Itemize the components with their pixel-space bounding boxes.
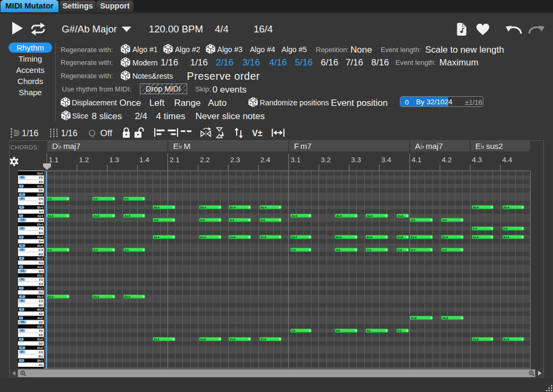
svg-text:A♭4: A♭4 xyxy=(367,214,373,218)
svg-text:F4: F4 xyxy=(504,227,508,230)
svg-text:3.1: 3.1 xyxy=(290,156,300,164)
svg-text:D4: D4 xyxy=(39,240,43,243)
svg-text:D♭3: D♭3 xyxy=(47,295,53,298)
svg-text:B♭2: B♭2 xyxy=(37,308,43,311)
svg-text:F2: F2 xyxy=(398,329,402,332)
svg-text:F2: F2 xyxy=(291,329,296,332)
svg-text:E♭2: E♭2 xyxy=(261,337,266,341)
svg-text:VI: VI xyxy=(21,227,23,230)
svg-text:E♭2: E♭2 xyxy=(473,337,479,341)
svg-text:4.1: 4.1 xyxy=(412,156,422,164)
svg-text:IV: IV xyxy=(21,244,23,247)
svg-text:B♭4: B♭4 xyxy=(154,205,160,209)
svg-text:E♭4: E♭4 xyxy=(154,235,160,239)
svg-text:C2: C2 xyxy=(39,351,43,354)
svg-text:D♭2: D♭2 xyxy=(37,346,43,349)
svg-text:VI: VI xyxy=(21,329,23,332)
svg-text:C5: C5 xyxy=(124,197,129,201)
svg-text:4.3: 4.3 xyxy=(472,156,482,164)
svg-text:E4: E4 xyxy=(39,231,43,235)
svg-text:E♭4: E♭4 xyxy=(504,235,509,239)
svg-text:A♭4: A♭4 xyxy=(398,214,404,218)
svg-text:D♭3: D♭3 xyxy=(94,295,99,298)
svg-text:B3: B3 xyxy=(39,253,43,256)
svg-text:F4: F4 xyxy=(39,227,43,230)
svg-text:C5: C5 xyxy=(39,197,43,201)
svg-text:III: III xyxy=(21,299,24,302)
svg-text:G4: G4 xyxy=(411,218,416,222)
svg-text:A♭4: A♭4 xyxy=(47,214,53,218)
svg-text:B1: B1 xyxy=(39,355,43,358)
svg-text:E♭4: E♭4 xyxy=(336,235,342,239)
svg-text:E♭4: E♭4 xyxy=(200,235,206,239)
svg-text:E♭4: E♭4 xyxy=(473,235,479,239)
svg-text:VII: VII xyxy=(21,321,25,323)
svg-text:2.1: 2.1 xyxy=(170,156,180,164)
svg-text:VI: VI xyxy=(21,176,23,179)
svg-text:E♭ M: E♭ M xyxy=(173,141,191,151)
svg-text:2.4: 2.4 xyxy=(261,156,271,164)
svg-text:III: III xyxy=(21,351,24,353)
svg-text:3.4: 3.4 xyxy=(381,156,391,164)
svg-text:A1: A1 xyxy=(39,363,43,366)
svg-text:E♭4: E♭4 xyxy=(291,235,297,239)
svg-text:C4: C4 xyxy=(39,248,43,252)
svg-text:C4: C4 xyxy=(367,248,371,252)
svg-text:G♭4: G♭4 xyxy=(37,223,43,226)
svg-text:E♭4: E♭4 xyxy=(442,235,448,239)
svg-text:C4: C4 xyxy=(124,248,129,252)
svg-text:E♭5: E♭5 xyxy=(37,185,43,188)
svg-text:E5: E5 xyxy=(39,180,43,184)
svg-text:B♭4: B♭4 xyxy=(37,206,43,209)
svg-text:E♭2: E♭2 xyxy=(200,337,206,341)
svg-text:D♭5: D♭5 xyxy=(37,193,43,196)
svg-text:2.3: 2.3 xyxy=(230,156,240,164)
svg-text:III: III xyxy=(21,248,24,251)
svg-text:F3: F3 xyxy=(39,278,43,281)
svg-text:C4: C4 xyxy=(398,248,402,252)
svg-text:G4: G4 xyxy=(261,218,265,222)
svg-text:A♭4: A♭4 xyxy=(336,214,342,218)
svg-text:A♭4: A♭4 xyxy=(124,214,130,218)
svg-text:G♭5: G♭5 xyxy=(37,172,43,175)
svg-text:B♭4: B♭4 xyxy=(200,205,206,209)
svg-text:D♭4: D♭4 xyxy=(37,244,43,247)
svg-text:F4: F4 xyxy=(473,227,477,230)
svg-text:G4: G4 xyxy=(230,218,234,222)
svg-text:4.4: 4.4 xyxy=(502,156,513,164)
svg-text:VII: VII xyxy=(21,219,25,221)
svg-text:E♭2: E♭2 xyxy=(504,337,509,341)
svg-text:G2: G2 xyxy=(38,321,43,324)
svg-text:B♭1: B♭1 xyxy=(37,359,43,362)
svg-text:2.2: 2.2 xyxy=(200,156,210,164)
svg-text:C4: C4 xyxy=(442,248,447,252)
svg-text:G♭2: G♭2 xyxy=(37,325,43,328)
svg-text:A♭4: A♭4 xyxy=(37,214,43,218)
svg-text:E♭4: E♭4 xyxy=(398,235,404,239)
svg-text:A♭ maj7: A♭ maj7 xyxy=(415,141,443,151)
svg-text:B4: B4 xyxy=(39,202,43,205)
svg-text:A♭2: A♭2 xyxy=(442,316,448,320)
svg-text:1.3: 1.3 xyxy=(109,156,119,164)
svg-text:D♭3: D♭3 xyxy=(124,295,130,298)
svg-text:IV: IV xyxy=(21,193,23,196)
svg-text:IV: IV xyxy=(21,295,23,298)
svg-text:VI: VI xyxy=(21,278,23,281)
svg-text:B♭4: B♭4 xyxy=(473,205,479,209)
svg-text:A3: A3 xyxy=(39,261,43,264)
svg-text:C4: C4 xyxy=(47,248,52,252)
svg-text:VII: VII xyxy=(21,270,25,272)
svg-text:D5: D5 xyxy=(39,189,43,192)
svg-text:E♭4: E♭4 xyxy=(230,235,236,239)
svg-text:G4: G4 xyxy=(442,218,447,222)
svg-text:B♭4: B♭4 xyxy=(261,205,266,209)
svg-text:D♭ maj7: D♭ maj7 xyxy=(52,141,80,151)
svg-text:A♭4: A♭4 xyxy=(291,214,297,218)
svg-text:E♭ sus2: E♭ sus2 xyxy=(475,141,503,151)
svg-text:A♭2: A♭2 xyxy=(411,316,417,320)
svg-text:E♭2: E♭2 xyxy=(37,338,43,341)
svg-text:F5: F5 xyxy=(39,176,43,179)
svg-text:F m7: F m7 xyxy=(294,141,312,151)
svg-text:E♭4: E♭4 xyxy=(411,235,417,239)
svg-text:B♭4: B♭4 xyxy=(504,205,509,209)
